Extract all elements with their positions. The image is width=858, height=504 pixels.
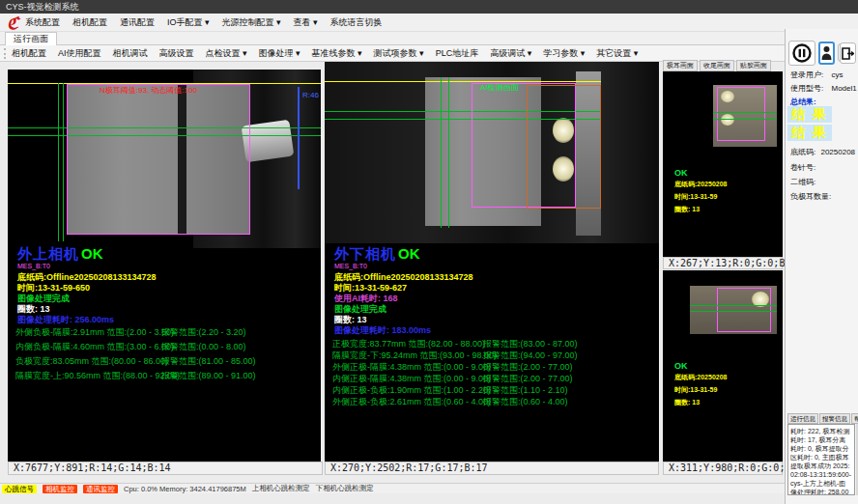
toolbar-button[interactable]: AI使用配置 — [58, 47, 101, 60]
upper-cam-heartbeat-text: 上相机心跳检测定 — [252, 484, 310, 493]
r-value-label: R:46 — [302, 91, 319, 99]
menu-item[interactable]: 系统配置 — [25, 16, 60, 29]
aux-info-line: 时间:13-31-59 — [674, 192, 727, 202]
toolbar-button[interactable]: 点检设置 ▾ — [206, 47, 247, 60]
paper-code-value: 20250208 — [820, 148, 855, 156]
roi-threshold-label: N极耳阈值:93, 动态阈值:100 — [100, 85, 197, 96]
comm-monitor-badge[interactable]: 通讯监控 — [83, 485, 118, 493]
log-tab[interactable]: 运行信息 — [787, 413, 818, 424]
roi-rect-orange — [527, 85, 601, 209]
camera-result-title: 外下相机OK — [334, 245, 420, 264]
annotation-green-hline — [690, 305, 777, 306]
coords-bar-aux-1: X:267;Y:13;R:0;G:0;B:0 — [663, 257, 783, 269]
camera-name: 外上相机 — [17, 245, 79, 262]
aux-camera-view-2[interactable]: OK 底纸码:20250208时间:13-31-59圈数: 13 — [663, 270, 783, 462]
aux-view-tab[interactable]: 收尾画面 — [700, 60, 734, 71]
login-user-label: 登录用户: cys — [790, 70, 843, 80]
measurement-row: 内侧负极-隔膜:4.60mm 范围:(3.00 - 6.00) 报警范围:(0.… — [8, 341, 321, 355]
aux-view-tab[interactable]: 贴胶画面 — [736, 60, 771, 71]
aux-view-tab[interactable]: 极耳画面 — [663, 60, 698, 71]
menu-item[interactable]: 通讯配置 — [120, 16, 155, 29]
camera-name: 外下相机 — [334, 245, 396, 262]
toolbar-button[interactable]: 相机配置 — [12, 47, 46, 60]
login-label: 登录用户: — [790, 70, 823, 79]
app-logo-icon: ℭ — [3, 14, 22, 33]
tab-count-label: 负极耳数量: — [790, 192, 831, 201]
measurement-row: 正极宽度:83.77mm 范围:(82.00 - 88.00) 报警范围:(83… — [325, 338, 644, 350]
measurement-row: 负极宽度:83.05mm 范围:(80.00 - 86.00) 报警范围:(81… — [8, 355, 321, 370]
result-ok: OK — [674, 361, 688, 371]
roi-rect-magenta — [717, 87, 765, 141]
camera-result-title: 外上相机OK — [17, 245, 103, 264]
result-ok: OK — [674, 168, 688, 178]
camera-view-lower[interactable]: AI检测画面 外下相机OK MES_B:T0 底纸码:Offline202502… — [325, 62, 659, 462]
window-titlebar: CYS-视觉检测系统 — [0, 0, 858, 14]
proc-time-line: 图像处理耗时: 183.00ms — [334, 324, 431, 337]
proc-time-line: 图像处理耗时: 256.00ms — [17, 314, 114, 326]
coords-bar-aux-2: X:311;Y:980;R:0;G:0;B:0 — [663, 462, 783, 475]
lower-cam-heartbeat-text: 下相机心跳检测定 — [316, 484, 374, 493]
alarm-range: 报警范围:(2.20 - 3.20) — [161, 326, 246, 339]
annotation-green-vline — [448, 77, 449, 228]
alarm-range: 报警范围:(0.00 - 8.00) — [161, 341, 246, 353]
mes-line: MES_B:T0 — [334, 263, 367, 269]
toolbar-button[interactable]: 图像处理 ▾ — [259, 47, 300, 60]
coords-bar-lower: X:270;Y:2502;R:17;G:17;B:17 — [325, 462, 659, 475]
menu-item[interactable]: 光源控制配置 ▾ — [222, 16, 281, 29]
toolbar-button[interactable]: 学习参数 ▾ — [543, 47, 585, 60]
toolbar-grip-icon[interactable] — [4, 48, 7, 59]
measurement-value: 外侧负极-隔膜:2.91mm 范围:(2.00 - 3.50) — [15, 326, 174, 339]
user-icon — [821, 45, 832, 61]
needle-label: 卷针号: — [790, 163, 815, 172]
annotation-green-vline — [63, 83, 64, 241]
result-block-2: 结 果 — [787, 125, 832, 141]
aux-info-lines: 底纸码:20250208时间:13-31-59圈数: 13 — [674, 373, 727, 407]
menu-item[interactable]: 相机配置 — [72, 16, 107, 29]
roi-rect-magenta — [717, 288, 771, 332]
toolbar-button[interactable]: 基准线参数 ▾ — [312, 47, 362, 60]
app-window: CYS-视觉检测系统 ℭ 系统配置相机配置通讯配置IO手配置 ▾光源控制配置 ▾… — [0, 0, 858, 504]
cpu-memory-text: Cpu: 0.0% Memory: 3424.41796875M — [124, 485, 246, 493]
log-tab[interactable]: 报警信息 — [819, 413, 850, 424]
measurement-value: 外侧正极-负极:2.61mm 范围:(0.60 - 4.00) — [332, 396, 491, 408]
aux-info-line: 时间:13-31-59 — [674, 385, 727, 395]
measurement-row: 隔膜宽度-下:95.24mm 范围:(93.00 - 98.00) 报警范围:(… — [325, 350, 644, 361]
camera-view-upper[interactable]: N极耳阈值:93, 动态阈值:100 R:46 外上相机OK MES_B:T0 … — [8, 70, 321, 462]
toolbar-button[interactable]: 高级设置 — [159, 47, 194, 60]
annotation-blue-vline — [298, 87, 300, 189]
login-value: cys — [831, 70, 843, 79]
exit-door-icon — [842, 47, 854, 60]
measurement-value: 内侧负极-隔膜:4.60mm 范围:(3.00 - 6.00) — [15, 341, 174, 353]
toolbar-button[interactable]: 相机调试 — [113, 47, 148, 60]
toolbar-button[interactable]: PLC地址库 — [436, 47, 479, 60]
aux-info-line: 底纸码:20250208 — [674, 180, 727, 189]
exit-button[interactable] — [840, 42, 856, 64]
pause-button[interactable] — [788, 41, 815, 66]
tab-strip — [0, 32, 858, 45]
toolbar-button[interactable]: 测试项参数 ▾ — [374, 47, 424, 60]
alarm-range: 报警范围:(0.60 - 4.00) — [483, 396, 568, 408]
aux-info-line: 圈数: 13 — [674, 205, 727, 214]
measurement-row: 外侧正极-负极:2.61mm 范围:(0.60 - 4.00) 报警范围:(0.… — [325, 396, 644, 407]
annotation-green-hline — [690, 311, 777, 312]
toolbar-button[interactable]: 高级调试 ▾ — [490, 47, 531, 60]
menu-item[interactable]: IO手配置 ▾ — [167, 16, 210, 29]
user-button[interactable] — [818, 42, 835, 65]
menu-item[interactable]: 系统语言切换 — [330, 16, 383, 29]
camera-monitor-badge[interactable]: 相机监控 — [43, 485, 77, 493]
tab-count-field: 负极耳数量: — [790, 191, 834, 202]
measurement-list: 外侧负极-隔膜:2.91mm 范围:(2.00 - 3.50) 报警范围:(2.… — [8, 326, 321, 384]
pause-icon — [792, 43, 812, 63]
model-value: Model1 — [831, 84, 856, 93]
roi-rect-magenta — [67, 84, 250, 235]
aux-camera-view-1[interactable]: OK 底纸码:20250208时间:13-31-59圈数: 13 — [663, 71, 783, 257]
log-tab[interactable]: 帮助信息 — [851, 413, 858, 424]
paper-code-field: 底纸码: 20250208 — [790, 147, 855, 157]
measurement-row: 隔膜宽度-上:90.56mm 范围:(88.00 - 92.00) 报警范围:(… — [8, 370, 321, 384]
result-ok: OK — [81, 245, 103, 262]
toolbar-button[interactable]: 其它设置 ▾ — [596, 47, 638, 60]
log-output[interactable]: 耗时: 222, 极耳检测耗时: 17, 极耳分离耗时: 0, 极耳提取分区耗时… — [787, 424, 855, 495]
heartbeat-badge[interactable]: 心跳信号 — [2, 485, 37, 493]
tab-run-screen[interactable]: 运行画面 — [5, 32, 57, 45]
menu-item[interactable]: 查看 ▾ — [294, 16, 318, 29]
